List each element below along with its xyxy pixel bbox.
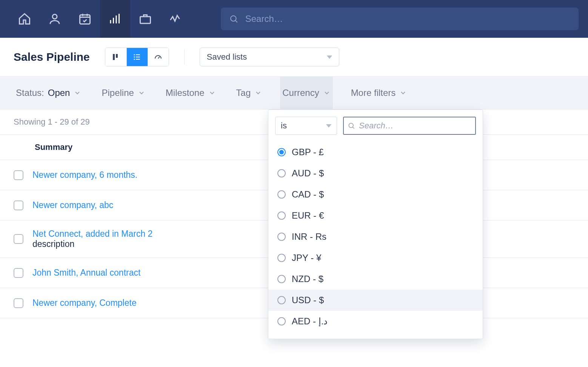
currency-option-label: INR - Rs (292, 231, 326, 242)
svg-rect-2 (140, 17, 151, 23)
currency-option-label: NZD - $ (292, 274, 323, 284)
radio-icon (277, 148, 286, 156)
filter-currency[interactable]: Currency (280, 77, 332, 109)
radio-icon (277, 190, 286, 199)
popover-search[interactable] (343, 117, 476, 135)
filter-status-label: Status: (16, 88, 44, 98)
chevron-down-icon (74, 89, 81, 97)
currency-options: GBP - £AUD - $CAD - $EUR - €INR - RsJPY … (268, 142, 483, 332)
svg-rect-1 (80, 15, 90, 24)
divider (184, 49, 185, 65)
activity-icon[interactable] (160, 0, 191, 38)
currency-option-label: EUR - € (292, 210, 324, 221)
chevron-down-icon (254, 89, 262, 97)
home-icon[interactable] (9, 0, 40, 38)
row-summary: John Smith, Annual contract (32, 268, 140, 278)
radio-icon (277, 211, 286, 220)
currency-option[interactable]: USD - $ (268, 290, 483, 311)
list-icon (132, 52, 142, 62)
page-title: Sales Pipeline (14, 51, 90, 63)
currency-option[interactable]: CAD - $ (268, 184, 483, 205)
row-title-link[interactable]: John Smith, Annual contract (32, 268, 140, 278)
filter-bar: Status: Open Pipeline Milestone Tag Curr… (0, 76, 588, 109)
search-icon (348, 122, 355, 130)
svg-rect-9 (136, 57, 140, 57)
currency-option[interactable]: INR - Rs (268, 226, 483, 247)
row-description: description (32, 239, 152, 249)
row-title-link[interactable]: Newer company, abc (32, 200, 113, 210)
saved-lists-dropdown[interactable]: Saved lists (200, 48, 339, 66)
row-title-link[interactable]: Net Connect, added in March 2 (32, 229, 152, 239)
saved-lists-label: Saved lists (207, 52, 247, 62)
chevron-down-icon (399, 89, 407, 97)
svg-rect-7 (136, 54, 140, 55)
radio-icon (277, 275, 286, 283)
topbar (0, 0, 588, 38)
person-icon[interactable] (40, 0, 70, 38)
view-dashboard-button[interactable] (148, 48, 169, 66)
filter-status[interactable]: Status: Open (14, 77, 83, 109)
filter-status-value: Open (48, 88, 70, 98)
currency-option-label: AUD - $ (292, 168, 324, 179)
currency-option-label: JPY - ¥ (292, 253, 321, 263)
radio-icon (277, 233, 286, 241)
currency-option[interactable]: AUD - $ (268, 163, 483, 184)
gauge-icon (154, 52, 163, 62)
chevron-down-icon (208, 89, 216, 97)
filter-pipeline[interactable]: Pipeline (99, 77, 147, 109)
filter-label: Milestone (166, 88, 205, 98)
radio-icon (277, 254, 286, 262)
currency-popover: is GBP - £AUD - $CAD - $EUR - €INR - RsJ… (268, 109, 483, 339)
popover-controls: is (275, 117, 476, 135)
briefcase-icon[interactable] (130, 0, 160, 38)
calendar-check-icon[interactable] (70, 0, 100, 38)
filter-label: Tag (236, 88, 251, 98)
filter-more[interactable]: More filters (349, 77, 409, 109)
chevron-down-icon (323, 89, 331, 97)
row-summary: Newer company, 6 months. (32, 170, 137, 180)
pipeline-bars-icon[interactable] (100, 0, 130, 38)
radio-icon (277, 317, 286, 325)
row-checkbox[interactable] (14, 200, 23, 210)
row-summary: Newer company, abc (32, 200, 113, 210)
radio-icon (277, 169, 286, 177)
filter-tag[interactable]: Tag (234, 77, 265, 109)
row-checkbox[interactable] (14, 234, 23, 244)
svg-rect-4 (113, 54, 115, 60)
filter-milestone[interactable]: Milestone (163, 77, 218, 109)
svg-rect-5 (116, 54, 118, 58)
radio-icon (277, 296, 286, 304)
svg-rect-11 (136, 59, 140, 60)
currency-option[interactable]: JPY - ¥ (268, 247, 483, 268)
view-list-button[interactable] (126, 48, 148, 66)
chevron-down-icon (138, 89, 145, 97)
search-input-container[interactable] (221, 8, 579, 30)
currency-option-label: USD - $ (292, 295, 324, 305)
popover-search-input[interactable] (359, 121, 471, 131)
row-title-link[interactable]: Newer company, 6 months. (32, 170, 137, 180)
svg-point-8 (134, 57, 135, 58)
filter-label: Pipeline (102, 88, 134, 98)
search-input[interactable] (245, 14, 570, 24)
view-board-button[interactable] (105, 48, 126, 66)
row-summary: Newer company, Complete (32, 298, 137, 308)
currency-option[interactable]: NZD - $ (268, 268, 483, 290)
currency-option[interactable]: GBP - £ (268, 142, 483, 163)
board-icon (111, 52, 120, 62)
row-checkbox[interactable] (14, 268, 23, 278)
global-search (221, 8, 579, 30)
search-icon (229, 14, 239, 24)
chevron-down-icon (327, 56, 332, 59)
svg-point-10 (134, 59, 135, 60)
svg-point-3 (231, 16, 236, 21)
currency-option[interactable]: EUR - € (268, 205, 483, 226)
row-summary: Net Connect, added in March 2description (32, 229, 152, 249)
row-title-link[interactable]: Newer company, Complete (32, 298, 137, 308)
svg-point-6 (134, 54, 135, 56)
row-checkbox[interactable] (14, 170, 23, 180)
row-checkbox[interactable] (14, 298, 23, 308)
svg-point-0 (52, 14, 57, 19)
currency-option[interactable]: AED - د.إ (268, 311, 483, 332)
operator-dropdown[interactable]: is (275, 117, 337, 135)
currency-option-label: CAD - $ (292, 189, 324, 200)
